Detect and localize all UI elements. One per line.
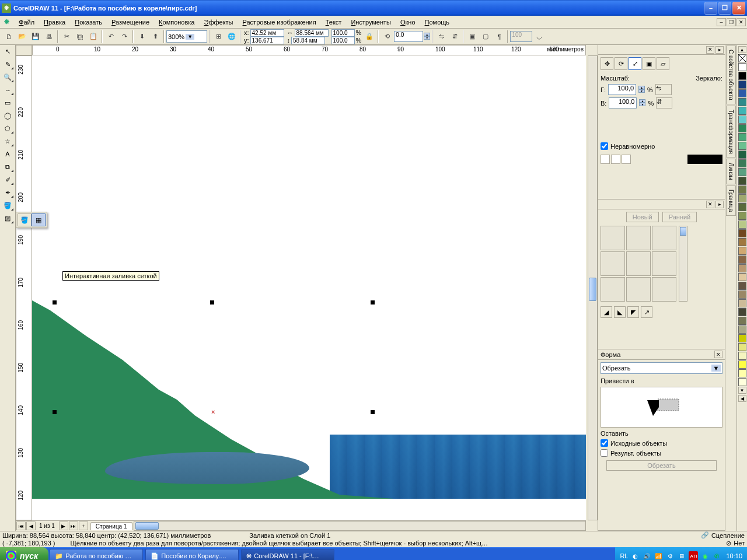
gradient-preset[interactable]	[652, 226, 676, 250]
no-color-swatch[interactable]	[738, 54, 746, 62]
color-swatch[interactable]	[738, 168, 746, 176]
corel-online-button[interactable]: 🌐	[225, 30, 238, 43]
mirror-v-button-docker[interactable]: ⇵	[656, 97, 672, 108]
window-maximize-button[interactable]: ❐	[718, 2, 731, 15]
eyedropper-tool[interactable]: ✐	[1, 173, 15, 186]
color-swatch[interactable]	[738, 133, 746, 141]
interactive-mesh-fill-tool[interactable]: ▦	[32, 214, 46, 226]
menu-item[interactable]: Текст	[321, 18, 347, 27]
mirror-h-button[interactable]: ⇋	[435, 30, 448, 43]
vertical-scrollbar[interactable]	[588, 55, 598, 520]
gradient-docker-collapse[interactable]: ▸	[715, 201, 724, 208]
color-swatch[interactable]	[738, 238, 746, 246]
wrap-button[interactable]: ¶	[493, 30, 505, 43]
menu-item[interactable]: Правка	[39, 18, 70, 27]
color-swatch[interactable]	[738, 282, 746, 290]
tray-icon[interactable]: 🔊	[642, 551, 651, 560]
y-input[interactable]: 136.671 мм	[250, 37, 284, 44]
transform-scale-tab[interactable]: ⤢	[629, 57, 641, 70]
next-page-button[interactable]: ▶	[59, 522, 68, 530]
print-button[interactable]: 🖶	[43, 30, 55, 43]
scale-h-spinner[interactable]: ▲▼	[638, 86, 645, 93]
gradient-type-3[interactable]: ◤	[627, 306, 639, 318]
shape-tool[interactable]: ✎	[1, 58, 15, 71]
gradient-preset[interactable]	[652, 251, 676, 276]
gradient-type-1[interactable]: ◢	[601, 306, 612, 318]
color-swatch[interactable]	[738, 107, 746, 115]
gradient-new-button[interactable]: Новый	[626, 212, 659, 222]
scale-v-input[interactable]: 100,0	[609, 97, 637, 108]
rotation-spinner[interactable]: ▲▼	[424, 33, 430, 40]
palette-scroll-down[interactable]: ▼	[738, 387, 746, 394]
drawing-canvas[interactable]: × Интерактивная заливка сеткой	[32, 55, 586, 520]
color-swatch[interactable]	[738, 334, 746, 342]
interactive-fill-tool[interactable]: ▨	[1, 212, 15, 225]
color-swatch[interactable]	[738, 203, 746, 211]
gradient-type-2[interactable]: ◣	[614, 306, 626, 318]
lock-ratio-button[interactable]: 🔒	[363, 30, 376, 43]
color-swatch[interactable]	[738, 212, 746, 220]
transform-size-tab[interactable]: ▣	[643, 57, 655, 70]
color-swatch[interactable]	[738, 308, 746, 316]
gradient-preset[interactable]	[626, 226, 651, 250]
gradient-scroll-thumb[interactable]	[680, 227, 686, 236]
export-button[interactable]: ⬆	[149, 30, 162, 43]
save-button[interactable]: 💾	[29, 30, 42, 43]
cut-button[interactable]: ✂	[60, 30, 73, 43]
color-swatch[interactable]	[738, 360, 746, 369]
gradient-scrollbar[interactable]	[679, 226, 687, 302]
tray-icon[interactable]: ◐	[630, 551, 640, 560]
mdi-minimize-button[interactable]: –	[717, 18, 726, 26]
rectangle-tool[interactable]: ▭	[1, 96, 15, 109]
color-swatch[interactable]	[738, 63, 746, 71]
selection-handle-w[interactable]	[53, 410, 57, 414]
color-swatch[interactable]	[738, 247, 746, 255]
ellipse-tool[interactable]: ◯	[1, 109, 15, 122]
add-page-button[interactable]: +	[79, 522, 88, 530]
docker-collapse-button[interactable]: ▸	[715, 46, 724, 54]
prev-page-button[interactable]: ◀	[26, 522, 36, 530]
tray-icon[interactable]: 📶	[654, 551, 663, 560]
mdi-restore-button[interactable]: ❐	[727, 18, 736, 26]
non-proportional-checkbox[interactable]: Неравномерно	[601, 142, 722, 150]
convert-curves-button[interactable]: ◡	[533, 30, 546, 43]
taskbar-clock[interactable]: 10:10	[726, 552, 742, 559]
trim-button[interactable]: Обрезать	[606, 460, 716, 471]
gradient-docker-close[interactable]: ✕	[706, 201, 714, 208]
gradient-preset[interactable]	[601, 251, 625, 276]
menu-item[interactable]: Растровые изображения	[238, 18, 321, 27]
color-swatch[interactable]	[738, 98, 746, 106]
vertical-scroll-thumb[interactable]	[589, 278, 596, 301]
menu-item[interactable]: Эффекты	[199, 18, 238, 27]
gradient-preset[interactable]	[626, 277, 651, 302]
text-tool[interactable]: A	[1, 148, 15, 160]
menu-item[interactable]: Файл	[14, 18, 39, 27]
color-swatch[interactable]	[738, 177, 746, 185]
selection-handle-n[interactable]	[210, 300, 214, 304]
docker-side-tab[interactable]: Трансформация	[726, 106, 736, 158]
source-objects-checkbox[interactable]: Исходные объекты	[601, 439, 722, 447]
rotation-input[interactable]: 0.0	[394, 31, 423, 42]
last-page-button[interactable]: ⏭	[69, 522, 78, 530]
horizontal-scroll-thumb[interactable]	[135, 522, 159, 530]
mirror-h-button-docker[interactable]: ⇋	[655, 84, 672, 95]
to-back-button[interactable]: ▢	[479, 30, 492, 43]
ati-tray-icon[interactable]: ATI	[689, 551, 698, 560]
vertical-ruler[interactable]: 230220210200190170160150140130120	[16, 55, 32, 520]
tray-icon[interactable]: ⚙	[665, 551, 675, 560]
result-objects-checkbox[interactable]: Результ. объекты	[601, 449, 722, 457]
color-swatch[interactable]	[738, 194, 746, 202]
menu-item[interactable]: Помощь	[420, 18, 455, 27]
color-swatch[interactable]	[738, 142, 746, 150]
docker-side-tab[interactable]: С войства объекта	[726, 46, 736, 104]
selection-handle-e[interactable]	[371, 410, 375, 414]
anchor-grid[interactable]	[601, 155, 631, 164]
color-swatch[interactable]	[738, 159, 746, 167]
scale-h-input[interactable]: 100,0	[608, 84, 636, 95]
horizontal-ruler[interactable]: 0102030405060708090100110120130140	[32, 45, 586, 55]
import-button[interactable]: ⬇	[135, 30, 148, 43]
scale-x-input[interactable]: 100.0	[331, 29, 355, 37]
color-swatch[interactable]	[738, 89, 746, 97]
color-swatch[interactable]	[738, 186, 746, 194]
page-tab[interactable]: Страница 1	[90, 522, 132, 530]
